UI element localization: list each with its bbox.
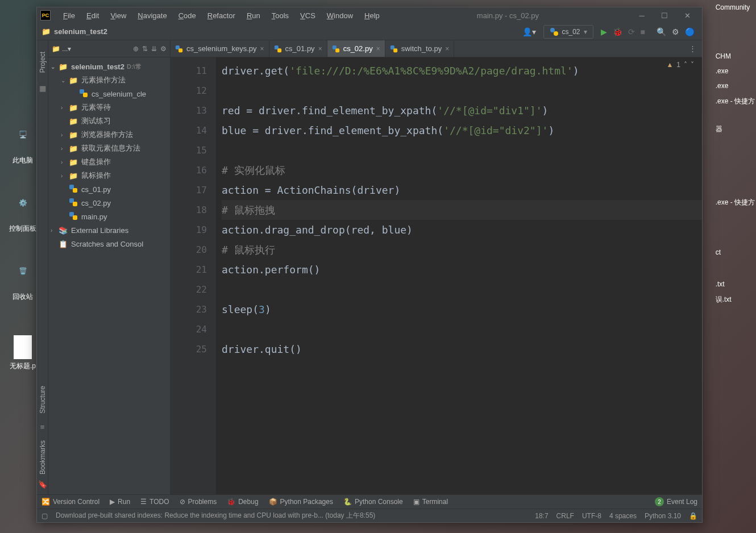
svg-rect-9	[73, 215, 77, 220]
search-icon[interactable]: 🔍	[657, 27, 666, 36]
coverage-button[interactable]: ⟳	[628, 27, 635, 36]
close-tab-icon[interactable]: ×	[260, 45, 264, 53]
structure-toolwindow-button[interactable]: Structure	[39, 386, 47, 414]
toolwindow-icon[interactable]: ▢	[41, 512, 48, 520]
navigation-bar: 📁 selenium_test2 👤▾ cs_02 ▾ ▶ 🐞 ⟳ ■ 🔍 ⚙ …	[37, 23, 702, 40]
desktop-icon-this-pc[interactable]: 🖥️ 此电脑	[6, 131, 40, 165]
prev-highlight-icon[interactable]: ˄	[684, 61, 687, 69]
menubar: FileEditViewNavigateCodeRefactorRunTools…	[57, 9, 385, 22]
run-config-selector[interactable]: cs_02 ▾	[543, 25, 593, 39]
svg-rect-11	[178, 48, 182, 52]
desktop-icon-recycle-bin[interactable]: 🗑️ 回收站	[6, 267, 40, 302]
minimize-button[interactable]: ─	[630, 7, 653, 23]
tree-item[interactable]: ›📚External Libraries	[48, 223, 170, 237]
project-tree-panel: 📁 ...▾ ⊕ ⇅ ⇊ ⚙ ⌄📁selenium_test2D:\常⌄📁元素操…	[48, 40, 171, 494]
interpreter[interactable]: Python 3.10	[645, 512, 681, 520]
terminal-tool[interactable]: ▣Terminal	[413, 498, 448, 506]
structure-icon[interactable]: ▦	[39, 84, 46, 93]
svg-rect-3	[83, 93, 88, 97]
lock-icon[interactable]: 🔒	[689, 512, 697, 520]
project-toolwindow-button[interactable]: Project	[39, 52, 47, 73]
window-title: main.py - cs_02.py	[385, 11, 630, 20]
select-opened-file-icon[interactable]: ⊕	[133, 45, 139, 53]
svg-rect-7	[73, 202, 77, 206]
version-control-tool[interactable]: 🔀Version Control	[41, 498, 99, 506]
tree-item[interactable]: cs_01.py	[48, 182, 170, 196]
file-encoding[interactable]: UTF-8	[582, 512, 601, 520]
run-tool[interactable]: ▶Run	[110, 498, 130, 506]
code-editor[interactable]: driver.get('file:///D:/%E6%A1%8C%E9%9D%A…	[216, 57, 702, 494]
menu-edit[interactable]: Edit	[81, 9, 105, 22]
tree-item[interactable]: cs_02.py	[48, 196, 170, 210]
tree-item[interactable]: 📁测试练习	[48, 114, 170, 128]
tree-item[interactable]: ›📁浏览器操作方法	[48, 128, 170, 141]
add-config-icon[interactable]: 👤▾	[522, 27, 536, 36]
desktop-icon-notepad[interactable]: 无标题.p	[6, 335, 40, 371]
event-log-tool[interactable]: 2 Event Log	[655, 497, 697, 506]
tree-item[interactable]: 📋Scratches and Consol	[48, 237, 170, 251]
tree-item[interactable]: cs_selenium_cle	[48, 87, 170, 101]
tree-item[interactable]: ⌄📁selenium_test2D:\常	[48, 60, 170, 73]
close-button[interactable]: ✕	[676, 7, 699, 23]
menu-vcs[interactable]: VCS	[294, 9, 321, 22]
desktop-right-labels: Community CHM .exe .exe .exe - 快捷方 器 .ex…	[715, 0, 756, 308]
settings-gear-icon[interactable]: ⚙	[160, 45, 167, 53]
debug-button[interactable]: 🐞	[613, 27, 622, 36]
caret-position[interactable]: 18:7	[535, 512, 548, 520]
structure-icon2: ≡	[40, 423, 45, 431]
titlebar: PC FileEditViewNavigateCodeRefactorRunTo…	[37, 7, 702, 23]
python-packages-tool[interactable]: 📦Python Packages	[269, 498, 333, 506]
breadcrumb[interactable]: selenium_test2	[54, 27, 107, 36]
menu-code[interactable]: Code	[173, 9, 202, 22]
project-tree[interactable]: ⌄📁selenium_test2D:\常⌄📁元素操作方法cs_selenium_…	[48, 57, 170, 494]
menu-run[interactable]: Run	[241, 9, 266, 22]
desktop-icon-control-panel[interactable]: ⚙️ 控制面板	[6, 199, 40, 234]
svg-point-1	[554, 31, 558, 36]
menu-view[interactable]: View	[105, 9, 132, 22]
next-highlight-icon[interactable]: ˅	[691, 61, 694, 69]
bookmark-icon: 🔖	[38, 480, 47, 489]
tree-item[interactable]: ›📁键盘操作	[48, 155, 170, 169]
menu-file[interactable]: File	[57, 9, 81, 22]
editor-tab[interactable]: cs_02.py×	[327, 40, 385, 57]
indent-setting[interactable]: 4 spaces	[609, 512, 637, 520]
project-view-selector[interactable]: 📁 ...▾	[52, 45, 71, 53]
expand-all-icon[interactable]: ⇅	[142, 45, 148, 53]
editor-tab[interactable]: switch_to.py×	[385, 40, 455, 57]
close-tab-icon[interactable]: ×	[318, 45, 322, 53]
tree-item[interactable]: main.py	[48, 210, 170, 223]
maximize-button[interactable]: ☐	[653, 7, 676, 23]
close-tab-icon[interactable]: ×	[445, 45, 449, 53]
run-button[interactable]: ▶	[601, 27, 607, 36]
tree-item[interactable]: ›📁鼠标操作	[48, 169, 170, 182]
editor-tab[interactable]: cs_selenium_keys.py×	[171, 40, 269, 57]
menu-refactor[interactable]: Refactor	[202, 9, 241, 22]
settings-icon[interactable]: ⚙	[672, 27, 679, 36]
problems-tool[interactable]: ⊘Problems	[180, 498, 217, 506]
python-console-tool[interactable]: 🐍Python Console	[343, 498, 403, 506]
ide-logo-icon[interactable]: 🔵	[685, 27, 695, 36]
bookmarks-toolwindow-button[interactable]: Bookmarks	[39, 440, 47, 474]
editor-tab[interactable]: cs_01.py×	[269, 40, 327, 57]
todo-tool[interactable]: ☰TODO	[140, 498, 169, 506]
collapse-all-icon[interactable]: ⇊	[151, 45, 157, 53]
tree-item[interactable]: ›📁元素等待	[48, 101, 170, 114]
stop-button[interactable]: ■	[641, 27, 645, 36]
editor-area: cs_selenium_keys.py×cs_01.py×cs_02.py×sw…	[171, 40, 702, 494]
menu-window[interactable]: Window	[321, 9, 359, 22]
app-icon: PC	[40, 10, 51, 20]
line-gutter: 111213141516171819202122232425	[171, 57, 216, 494]
svg-rect-17	[393, 48, 397, 52]
inspections-widget[interactable]: ▲ 1 ˄ ˅	[666, 61, 694, 69]
menu-help[interactable]: Help	[359, 9, 385, 22]
more-tabs-icon[interactable]: ⋮	[683, 40, 702, 57]
tree-item[interactable]: ⌄📁元素操作方法	[48, 73, 170, 87]
line-separator[interactable]: CRLF	[556, 512, 574, 520]
tree-item[interactable]: ›📁获取元素信息方法	[48, 141, 170, 155]
menu-tools[interactable]: Tools	[266, 9, 294, 22]
bottom-toolwindow-bar: 🔀Version Control ▶Run ☰TODO ⊘Problems 🐞D…	[37, 494, 702, 509]
debug-tool[interactable]: 🐞Debug	[227, 498, 258, 506]
close-tab-icon[interactable]: ×	[376, 45, 380, 53]
svg-point-0	[550, 28, 555, 32]
menu-navigate[interactable]: Navigate	[132, 9, 172, 22]
